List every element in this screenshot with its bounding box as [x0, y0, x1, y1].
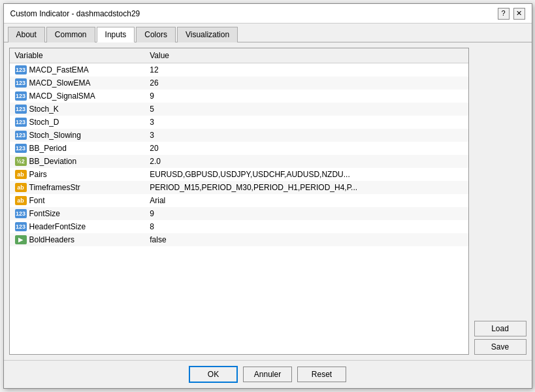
type-icon: ab [15, 170, 27, 179]
value-cell: 20 [144, 142, 468, 155]
help-button[interactable]: ? [498, 8, 510, 20]
type-icon: 123 [15, 118, 27, 127]
col-value-header: Value [144, 48, 468, 63]
value-cell: Arial [144, 194, 468, 207]
dialog: Custom Indicator - dashmacdstoch29 ? ✕ A… [3, 3, 532, 389]
variables-table: Variable Value 123 MACD_FastEMA 12 123 M… [10, 48, 468, 246]
table-row[interactable]: 123 BB_Period 20 [10, 142, 468, 155]
load-button[interactable]: Load [474, 321, 527, 336]
variable-cell: 123 HeaderFontSize [10, 220, 145, 233]
table-row[interactable]: 123 HeaderFontSize 8 [10, 220, 468, 233]
value-cell: EURUSD,GBPUSD,USDJPY,USDCHF,AUDUSD,NZDU.… [144, 168, 468, 181]
table-row[interactable]: ½2 BB_Deviation 2.0 [10, 155, 468, 168]
variable-name: TimeframesStr [29, 183, 80, 192]
table-row[interactable]: ab Pairs EURUSD,GBPUSD,USDJPY,USDCHF,AUD… [10, 168, 468, 181]
variable-name: FontSize [29, 209, 60, 218]
variable-name: Stoch_K [29, 105, 59, 114]
value-cell: 8 [144, 220, 468, 233]
value-cell: 26 [144, 76, 468, 90]
type-icon: ab [15, 183, 27, 192]
variable-cell: 123 Stoch_Slowing [10, 129, 145, 142]
tab-about[interactable]: About [8, 27, 45, 42]
tab-visualization[interactable]: Visualization [177, 27, 238, 42]
value-cell: false [144, 233, 468, 246]
type-icon: 123 [15, 131, 27, 140]
variable-name: Font [29, 196, 45, 205]
value-cell: 9 [144, 207, 468, 220]
type-icon: 123 [15, 144, 27, 153]
variables-table-area: Variable Value 123 MACD_FastEMA 12 123 M… [9, 48, 469, 355]
table-row[interactable]: 123 Stoch_Slowing 3 [10, 129, 468, 142]
variable-cell: 123 FontSize [10, 207, 145, 220]
window-title: Custom Indicator - dashmacdstoch29 [10, 9, 140, 18]
variable-name: Pairs [29, 170, 47, 179]
ok-button[interactable]: OK [189, 366, 238, 383]
type-icon: ½2 [15, 157, 27, 166]
variable-name: BB_Deviation [29, 157, 77, 166]
table-row[interactable]: 123 MACD_FastEMA 12 [10, 63, 468, 77]
save-button[interactable]: Save [474, 339, 527, 355]
table-row[interactable]: 123 MACD_SlowEMA 26 [10, 76, 468, 90]
variable-name: MACD_FastEMA [29, 65, 89, 74]
variable-cell: ab Font [10, 194, 145, 207]
table-row[interactable]: 123 FontSize 9 [10, 207, 468, 220]
variable-name: HeaderFontSize [29, 222, 86, 231]
type-icon: 123 [15, 209, 27, 218]
value-cell: 5 [144, 103, 468, 116]
variable-cell: ½2 BB_Deviation [10, 155, 145, 168]
title-bar: Custom Indicator - dashmacdstoch29 ? ✕ [4, 4, 532, 24]
title-buttons: ? ✕ [498, 8, 525, 20]
table-row[interactable]: 123 MACD_SignalSMA 9 [10, 90, 468, 103]
value-cell: 2.0 [144, 155, 468, 168]
col-variable-header: Variable [10, 48, 145, 63]
table-row[interactable]: 123 Stoch_D 3 [10, 116, 468, 129]
variable-cell: 123 Stoch_D [10, 116, 145, 129]
variable-cell: 123 MACD_SlowEMA [10, 76, 145, 90]
type-icon: 123 [15, 91, 27, 101]
table-row[interactable]: 123 Stoch_K 5 [10, 103, 468, 116]
value-cell: 12 [144, 63, 468, 77]
variable-name: MACD_SignalSMA [29, 91, 95, 101]
value-cell: PERIOD_M15,PERIOD_M30,PERIOD_H1,PERIOD_H… [144, 181, 468, 194]
type-icon: ▶ [15, 235, 27, 244]
tab-inputs[interactable]: Inputs [97, 27, 135, 42]
tabs-bar: AboutCommonInputsColorsVisualization [4, 24, 532, 42]
tab-common[interactable]: Common [46, 27, 95, 42]
variable-cell: ▶ BoldHeaders [10, 233, 145, 246]
value-cell: 9 [144, 90, 468, 103]
type-icon: ab [15, 196, 27, 205]
variable-name: BoldHeaders [29, 235, 74, 244]
variable-name: MACD_SlowEMA [29, 78, 91, 88]
tab-colors[interactable]: Colors [136, 27, 176, 42]
annuler-button[interactable]: Annuler [243, 367, 292, 382]
type-icon: 123 [15, 65, 27, 74]
value-cell: 3 [144, 116, 468, 129]
type-icon: 123 [15, 222, 27, 231]
variable-cell: ab Pairs [10, 168, 145, 181]
type-icon: 123 [15, 105, 27, 114]
table-row[interactable]: ▶ BoldHeaders false [10, 233, 468, 246]
variable-cell: 123 BB_Period [10, 142, 145, 155]
variable-cell: ab TimeframesStr [10, 181, 145, 194]
variable-name: BB_Period [29, 144, 67, 153]
side-buttons: Load Save [474, 48, 527, 355]
type-icon: 123 [15, 78, 27, 88]
variable-cell: 123 Stoch_K [10, 103, 145, 116]
variable-cell: 123 MACD_FastEMA [10, 63, 145, 77]
bottom-bar: OK Annuler Reset [4, 360, 532, 388]
reset-button[interactable]: Reset [297, 367, 346, 382]
value-cell: 3 [144, 129, 468, 142]
variable-cell: 123 MACD_SignalSMA [10, 90, 145, 103]
table-row[interactable]: ab TimeframesStr PERIOD_M15,PERIOD_M30,P… [10, 181, 468, 194]
close-button[interactable]: ✕ [513, 8, 525, 20]
variable-name: Stoch_Slowing [29, 131, 81, 140]
table-row[interactable]: ab Font Arial [10, 194, 468, 207]
variable-name: Stoch_D [29, 118, 59, 127]
main-content: Variable Value 123 MACD_FastEMA 12 123 M… [4, 42, 532, 360]
